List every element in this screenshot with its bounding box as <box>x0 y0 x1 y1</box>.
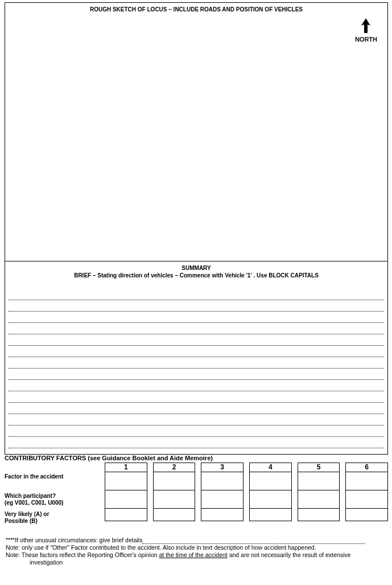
col-header: 4 <box>249 463 292 472</box>
write-line[interactable] <box>9 289 384 300</box>
col-header: 2 <box>153 463 196 472</box>
participant-input[interactable] <box>345 490 388 509</box>
summary-area: SUMMARY BRIEF – Stating direction of veh… <box>5 265 387 454</box>
label-likelihood: Very likely (A) or Possible (B) <box>5 510 105 525</box>
factor-col-6: 6 <box>345 463 388 525</box>
likelihood-input[interactable] <box>345 509 388 521</box>
write-line[interactable] <box>9 300 384 312</box>
note-officer-opinion: Note: These factors reflect the Reportin… <box>6 551 387 559</box>
likelihood-input[interactable] <box>249 509 292 521</box>
sketch-area: ROUGH SKETCH OF LOCUS – INCLUDE ROADS AN… <box>5 3 387 261</box>
north-indicator: NORTH <box>355 18 377 43</box>
arrow-up-icon <box>360 18 372 34</box>
col-header: 5 <box>298 463 340 472</box>
factor-col-5: 5 <box>298 463 340 525</box>
write-line[interactable] <box>9 312 384 323</box>
factor-input[interactable] <box>298 472 340 490</box>
details-line[interactable] <box>142 538 365 544</box>
factors-section: CONTRIBUTORY FACTORS (see Guidance Bookl… <box>5 455 388 525</box>
write-line[interactable] <box>9 334 384 346</box>
factor-col-1: 1 <box>105 463 147 525</box>
likelihood-input[interactable] <box>201 509 244 521</box>
note-investigation: investigation <box>6 559 387 566</box>
factor-col-4: 4 <box>249 463 292 525</box>
likelihood-input[interactable] <box>105 509 147 521</box>
north-label: NORTH <box>355 36 377 43</box>
factor-input[interactable] <box>201 472 244 490</box>
write-line[interactable] <box>9 391 384 403</box>
label-participant: Which participant? (eg V001, C001, U000) <box>5 490 105 510</box>
summary-lines <box>9 289 384 448</box>
write-line[interactable] <box>9 414 384 426</box>
write-line[interactable] <box>9 380 384 391</box>
factor-input[interactable] <box>249 472 292 490</box>
factor-col-2: 2 <box>153 463 196 525</box>
participant-input[interactable] <box>249 490 292 509</box>
participant-input[interactable] <box>105 490 147 509</box>
factor-input[interactable] <box>105 472 147 490</box>
factor-col-3: 3 <box>201 463 244 525</box>
col-header: 1 <box>105 463 147 472</box>
sketch-title: ROUGH SKETCH OF LOCUS – INCLUDE ROADS AN… <box>5 3 387 13</box>
note-other-circumstances: ****If other unusual circumstances: give… <box>6 537 387 544</box>
write-line[interactable] <box>9 357 384 369</box>
write-line[interactable] <box>9 323 384 334</box>
write-line[interactable] <box>9 426 384 437</box>
write-line[interactable] <box>9 369 384 380</box>
participant-input[interactable] <box>298 490 340 509</box>
write-line[interactable] <box>9 437 384 448</box>
likelihood-input[interactable] <box>298 509 340 521</box>
factors-heading: CONTRIBUTORY FACTORS (see Guidance Bookl… <box>5 455 388 461</box>
summary-subtitle: BRIEF – Stating direction of vehicles – … <box>5 272 387 279</box>
participant-input[interactable] <box>201 490 244 509</box>
note-other-factor: Note: only use if "Other" Factor contrib… <box>6 544 387 551</box>
col-header: 3 <box>201 463 244 472</box>
col-header: 6 <box>345 463 388 472</box>
write-line[interactable] <box>9 346 384 357</box>
factors-row-labels: Factor in the accident Which participant… <box>5 463 105 525</box>
likelihood-input[interactable] <box>153 509 196 521</box>
notes-section: ****If other unusual circumstances: give… <box>6 537 387 566</box>
summary-title: SUMMARY <box>5 265 387 271</box>
participant-input[interactable] <box>153 490 196 509</box>
label-factor: Factor in the accident <box>5 472 105 490</box>
factor-input[interactable] <box>345 472 388 490</box>
factor-input[interactable] <box>153 472 196 490</box>
write-line[interactable] <box>9 403 384 414</box>
